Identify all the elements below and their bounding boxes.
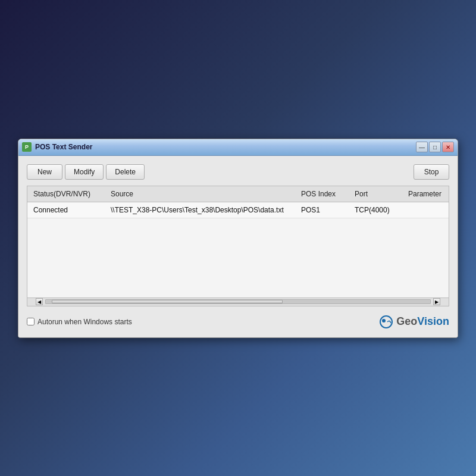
stop-button[interactable]: Stop [414,164,449,180]
col-header-source: Source [108,189,299,199]
new-button[interactable]: New [27,164,62,180]
autorun-checkbox[interactable] [27,318,35,325]
toolbar-left: New Modify Delete [27,164,145,180]
title-controls: — □ ✕ [416,142,454,152]
modify-button[interactable]: Modify [65,164,104,180]
svg-point-1 [382,319,386,322]
minimize-button[interactable]: — [416,142,428,152]
brand-logo-area: GeoVision [379,315,449,329]
toolbar: New Modify Delete Stop [27,164,449,180]
footer: Autorun when Windows starts GeoVision [27,312,449,329]
data-table: Status(DVR/NVR) Source POS Index Port Pa… [27,186,449,306]
title-bar: P POS Text Sender — □ ✕ [18,139,458,156]
cell-source: \\TEST_X38-PC\Users\Test_x38\Desktop\POS… [108,205,299,215]
app-icon: P [22,142,32,152]
table-row[interactable]: Connected \\TEST_X38-PC\Users\Test_x38\D… [27,202,449,218]
autorun-label: Autorun when Windows starts [37,318,132,326]
cell-parameter [406,205,445,215]
cell-pos-index: POS1 [299,205,352,215]
scroll-left-button[interactable]: ◀ [36,298,43,305]
brand-name: GeoVision [396,315,449,328]
maximize-button[interactable]: □ [429,142,441,152]
horizontal-scrollbar: ◀ ▶ [27,298,449,306]
toolbar-right: Stop [414,164,449,180]
scroll-track[interactable] [45,299,431,304]
cell-status: Connected [31,205,108,215]
delete-button[interactable]: Delete [106,164,145,180]
autorun-row: Autorun when Windows starts [27,318,132,326]
geovision-icon [379,315,393,329]
col-header-status: Status(DVR/NVR) [31,189,108,199]
window-title: POS Text Sender [35,143,416,151]
table-header: Status(DVR/NVR) Source POS Index Port Pa… [27,186,449,202]
col-header-port: Port [352,189,406,199]
col-header-parameter: Parameter [406,189,445,199]
col-header-pos-index: POS Index [299,189,352,199]
scroll-right-button[interactable]: ▶ [433,298,440,305]
cell-port: TCP(4000) [352,205,406,215]
close-button[interactable]: ✕ [442,142,454,152]
window-body: New Modify Delete Stop Status(DVR/NVR) S… [18,156,458,337]
main-window: P POS Text Sender — □ ✕ New M [18,139,458,338]
desktop: P POS Text Sender — □ ✕ New M [0,0,476,476]
scroll-thumb[interactable] [52,300,283,303]
table-body: Connected \\TEST_X38-PC\Users\Test_x38\D… [27,202,449,298]
